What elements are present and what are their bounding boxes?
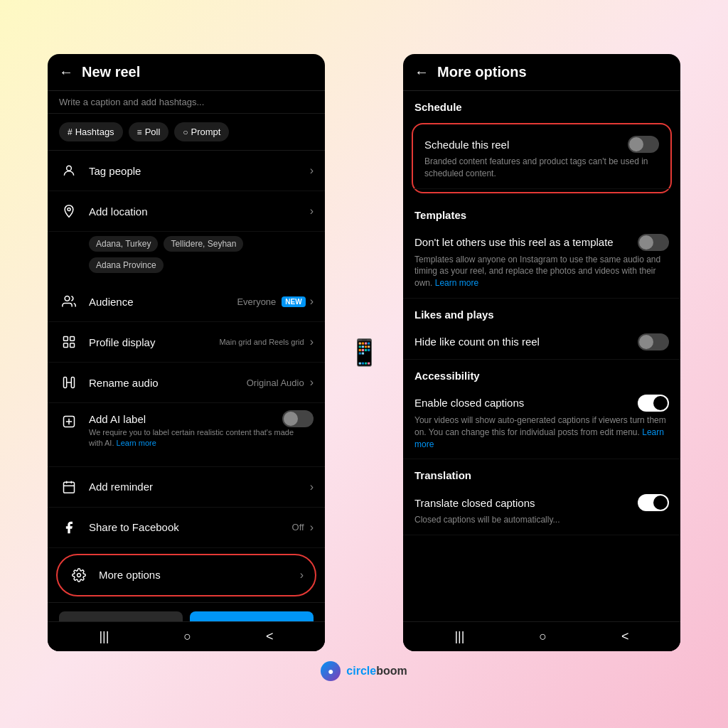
right-nav-menu-icon[interactable]: ||| <box>454 629 464 644</box>
share-facebook-value: Off <box>292 522 304 532</box>
svg-rect-5 <box>64 343 68 348</box>
next-button[interactable]: Next <box>190 611 314 621</box>
bottom-buttons: Save draft Next <box>48 602 325 621</box>
svg-point-1 <box>68 208 70 210</box>
chip-hashtags[interactable]: # Hashtags <box>59 122 123 141</box>
audience-value: Everyone <box>237 296 276 307</box>
right-nav-home-icon[interactable]: ○ <box>539 629 547 644</box>
schedule-section: Schedule Schedule this reel Branded cont… <box>403 91 680 193</box>
right-phone-title: More options <box>437 64 527 80</box>
audience-icon <box>59 291 79 311</box>
ai-label-text: Add AI label <box>89 413 282 425</box>
save-draft-button[interactable]: Save draft <box>59 611 183 621</box>
back-arrow-icon[interactable]: ← <box>414 64 429 80</box>
profile-display-value: Main grid and Reels grid <box>219 338 304 346</box>
hide-like-count-toggle[interactable] <box>638 333 669 350</box>
accessibility-title: Accessibility <box>403 360 680 386</box>
hide-like-count-label: Hide like count on this reel <box>414 336 631 348</box>
closed-captions-toggle[interactable] <box>638 395 669 412</box>
schedule-reel-item[interactable]: Schedule this reel Branded content featu… <box>413 127 670 189</box>
center-phone-decoration: 📱 <box>346 338 382 368</box>
brand-name-prefix: circle <box>346 665 376 677</box>
add-reminder-item[interactable]: Add reminder › <box>48 467 325 508</box>
right-phone: ← More options Schedule Schedule this re… <box>403 54 680 651</box>
hashtag-icon: # <box>68 127 73 137</box>
svg-rect-3 <box>64 337 68 341</box>
prompt-icon: ○ <box>183 127 188 137</box>
translate-captions-sub: Closed captions will be automatically... <box>414 514 669 526</box>
closed-captions-item[interactable]: Enable closed captions Your videos will … <box>403 386 680 459</box>
add-location-item[interactable]: Add location › <box>48 191 325 232</box>
likes-plays-title: Likes and plays <box>403 299 680 325</box>
add-location-label: Add location <box>89 205 310 218</box>
location-tag-2[interactable]: Tellidere, Seyhan <box>164 236 243 252</box>
more-options-label: More options <box>99 569 300 581</box>
profile-display-item[interactable]: Profile display Main grid and Reels grid… <box>48 322 325 363</box>
hide-like-count-item[interactable]: Hide like count on this reel <box>403 325 680 360</box>
translate-captions-label: Translate closed captions <box>414 497 631 509</box>
chips-row: # Hashtags ≡ Poll ○ Prompt <box>48 114 325 151</box>
schedule-box: Schedule this reel Branded content featu… <box>412 123 672 193</box>
chevron-icon: › <box>310 481 314 493</box>
branding: ● circleboom <box>321 661 407 681</box>
schedule-reel-sub: Branded content features and product tag… <box>424 156 659 180</box>
profile-display-icon <box>59 332 79 352</box>
translate-captions-toggle[interactable] <box>638 494 669 511</box>
chip-prompt-label: Prompt <box>191 127 221 137</box>
nav-bar: ||| ○ < <box>48 621 325 651</box>
chevron-icon: › <box>310 164 314 177</box>
left-phone: ← New reel Write a caption and add hasht… <box>48 54 325 651</box>
right-phone-content: Schedule Schedule this reel Branded cont… <box>403 91 680 621</box>
back-arrow-icon[interactable]: ← <box>59 64 73 80</box>
caption-bar[interactable]: Write a caption and add hashtags... <box>48 91 325 114</box>
translation-section: Translation Translate closed captions Cl… <box>403 459 680 535</box>
add-reminder-label: Add reminder <box>89 481 310 493</box>
rename-audio-icon <box>59 373 79 392</box>
svg-rect-11 <box>64 482 75 493</box>
schedule-reel-toggle[interactable] <box>628 136 659 153</box>
translation-title: Translation <box>403 459 680 486</box>
ai-label-toggle[interactable] <box>282 410 314 427</box>
nav-menu-icon[interactable]: ||| <box>99 629 109 644</box>
nav-back-icon[interactable]: < <box>266 629 274 644</box>
accessibility-section: Accessibility Enable closed captions You… <box>403 360 680 459</box>
location-tags: Adana, Turkey Tellidere, Seyhan Adana Pr… <box>48 232 325 282</box>
chevron-icon: › <box>310 521 314 534</box>
chevron-icon: › <box>310 376 314 389</box>
templates-section: Templates Don't let others use this reel… <box>403 199 680 299</box>
share-facebook-item[interactable]: Share to Facebook Off › <box>48 508 325 548</box>
add-ai-label-item[interactable]: Add AI label We require you to label cer… <box>48 403 325 467</box>
brand-logo: ● <box>321 661 341 681</box>
profile-display-label: Profile display <box>89 336 219 348</box>
ai-label-learn-more-link[interactable]: Learn more <box>117 439 156 447</box>
templates-item[interactable]: Don't let others use this reel as a temp… <box>403 225 680 299</box>
left-phone-header: ← New reel <box>48 54 325 91</box>
templates-section-title: Templates <box>403 199 680 225</box>
right-phone-header: ← More options <box>403 54 680 91</box>
tag-people-icon <box>59 161 79 181</box>
likes-plays-section: Likes and plays Hide like count on this … <box>403 299 680 360</box>
location-icon <box>59 201 79 221</box>
location-tag-3[interactable]: Adana Province <box>89 257 164 273</box>
more-options-icon <box>69 565 89 585</box>
add-reminder-icon <box>59 477 79 497</box>
translate-captions-item[interactable]: Translate closed captions Closed caption… <box>403 486 680 535</box>
rename-audio-item[interactable]: Rename audio Original Audio › <box>48 363 325 403</box>
closed-captions-label: Enable closed captions <box>414 397 631 409</box>
location-tag-1[interactable]: Adana, Turkey <box>89 236 158 252</box>
templates-label: Don't let others use this reel as a temp… <box>414 236 631 248</box>
facebook-icon <box>59 518 79 537</box>
right-nav-back-icon[interactable]: < <box>621 629 629 644</box>
brand-name-suffix: boom <box>376 665 407 677</box>
svg-rect-6 <box>70 343 75 348</box>
audience-item[interactable]: Audience Everyone NEW › <box>48 282 325 322</box>
tag-people-item[interactable]: Tag people › <box>48 151 325 191</box>
brand-name: circleboom <box>346 665 407 678</box>
templates-toggle[interactable] <box>638 234 669 251</box>
more-options-item[interactable]: More options › <box>56 554 316 596</box>
nav-home-icon[interactable]: ○ <box>183 629 191 644</box>
chevron-icon: › <box>310 295 314 308</box>
templates-learn-more-link[interactable]: Learn more <box>435 278 478 288</box>
chip-poll[interactable]: ≡ Poll <box>129 122 169 141</box>
chip-prompt[interactable]: ○ Prompt <box>174 122 229 141</box>
